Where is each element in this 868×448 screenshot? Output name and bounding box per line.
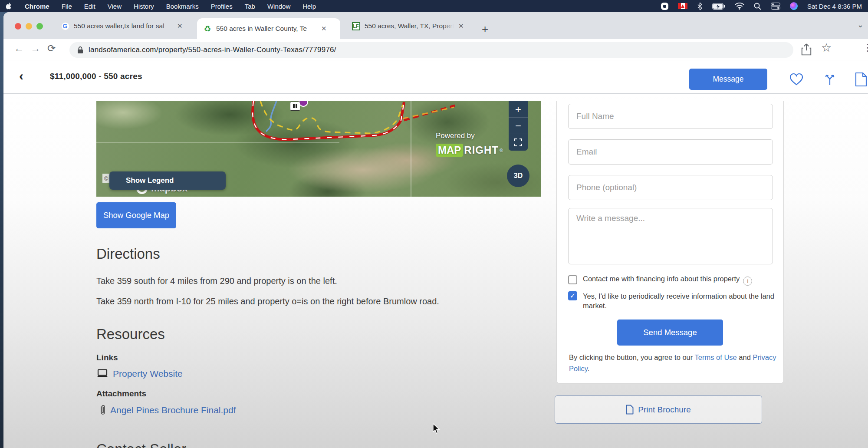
contact-form-card: Contact me with financing info about thi… bbox=[556, 101, 784, 384]
map-marker-icon[interactable] bbox=[290, 102, 300, 111]
tab-strip-chevron-icon[interactable]: ⌄ bbox=[857, 20, 864, 30]
financing-checkbox-row[interactable]: Contact me with financing info about thi… bbox=[568, 274, 752, 286]
screen-recording-icon[interactable] bbox=[661, 3, 668, 10]
back-button[interactable]: ← bbox=[14, 43, 24, 54]
lf-favicon: LF bbox=[352, 22, 360, 30]
battery-icon[interactable] bbox=[712, 3, 725, 10]
info-icon[interactable]: i bbox=[743, 277, 752, 286]
tab-title: 550 acres in Waller County, Te bbox=[216, 25, 317, 33]
share-listing-icon[interactable] bbox=[823, 72, 837, 86]
url-text: landsofamerica.com/property/550-acres-in… bbox=[89, 46, 336, 54]
menu-item-view[interactable]: View bbox=[108, 3, 122, 10]
tab-title: 550 acres, Waller, TX, Propert bbox=[365, 22, 454, 30]
property-map[interactable]: © mapbox Show Legend Powered by MAP RIGH… bbox=[96, 101, 541, 197]
landsofamerica-favicon: ♻ bbox=[203, 24, 212, 33]
email-input[interactable] bbox=[568, 139, 773, 165]
phone-input[interactable] bbox=[568, 175, 773, 200]
apple-menu-icon[interactable] bbox=[6, 3, 13, 10]
reload-button[interactable]: ⟳ bbox=[47, 43, 56, 54]
bluetooth-icon[interactable] bbox=[697, 2, 703, 10]
wifi-icon[interactable] bbox=[735, 3, 744, 10]
disclaimer-text: By clicking the button, you agree to our… bbox=[569, 352, 777, 374]
show-google-map-button[interactable]: Show Google Map bbox=[96, 202, 176, 228]
map-3d-button[interactable]: 3D bbox=[507, 165, 529, 187]
map-fullscreen-button[interactable] bbox=[509, 134, 528, 151]
spotlight-search-icon[interactable] bbox=[754, 3, 761, 10]
subscribe-checkbox-row[interactable]: ✓ Yes, I'd like to periodically receive … bbox=[568, 291, 777, 311]
menu-item-profiles[interactable]: Profiles bbox=[211, 3, 233, 10]
message-button[interactable]: Message bbox=[689, 69, 767, 90]
tab-title: 550 acres waller,tx land for sal bbox=[74, 22, 173, 30]
fullscreen-icon bbox=[514, 138, 523, 147]
mapright-reg: ® bbox=[500, 148, 503, 153]
show-legend-button[interactable]: Show Legend bbox=[109, 171, 226, 190]
favorite-heart-icon[interactable] bbox=[789, 73, 804, 86]
subscribe-label: Yes, I'd like to periodically receive in… bbox=[583, 291, 777, 311]
directions-paragraph-2: Take 359 north from I-10 for 25 miles an… bbox=[96, 296, 439, 306]
tab-active-listing[interactable]: ♻ 550 acres in Waller County, Te ✕ bbox=[197, 18, 340, 39]
control-center-icon[interactable] bbox=[771, 3, 780, 10]
map-copyright[interactable]: © bbox=[102, 174, 110, 183]
tab-landsfarm-listing[interactable]: LF 550 acres, Waller, TX, Propert ✕ bbox=[345, 17, 476, 35]
macos-menu-bar: Chrome File Edit View History Bookmarks … bbox=[0, 0, 868, 12]
browser-menu-icon[interactable]: ⋮ bbox=[863, 42, 868, 53]
listing-back-button[interactable]: ‹ bbox=[19, 69, 23, 83]
tab-close-icon[interactable]: ✕ bbox=[321, 25, 327, 33]
attachment-link[interactable]: Angel Pines Brochure Final.pdf bbox=[110, 405, 236, 415]
forward-button[interactable]: → bbox=[30, 43, 40, 54]
map-zoom-out-button[interactable]: − bbox=[509, 118, 528, 134]
menu-item-edit[interactable]: Edit bbox=[84, 3, 95, 10]
links-label: Links bbox=[96, 353, 118, 362]
page-content: © mapbox Show Legend Powered by MAP RIGH… bbox=[3, 94, 868, 448]
menu-bar-status-area: Sat Dec 4 8:36 PM bbox=[661, 0, 862, 12]
menu-item-chrome[interactable]: Chrome bbox=[25, 3, 49, 10]
attachment-row[interactable]: Angel Pines Brochure Final.pdf bbox=[100, 405, 236, 416]
window-close-button[interactable] bbox=[15, 23, 21, 30]
menu-item-history[interactable]: History bbox=[134, 3, 154, 10]
mouse-cursor bbox=[432, 423, 442, 435]
menu-item-file[interactable]: File bbox=[62, 3, 72, 10]
send-message-button[interactable]: Send Message bbox=[617, 320, 723, 346]
siri-icon[interactable] bbox=[790, 2, 798, 10]
menu-item-window[interactable]: Window bbox=[267, 3, 290, 10]
property-website-link[interactable]: Property Website bbox=[113, 369, 183, 379]
address-bar[interactable]: landsofamerica.com/property/550-acres-in… bbox=[69, 42, 793, 58]
screen: Chrome File Edit View History Bookmarks … bbox=[0, 0, 868, 448]
share-icon[interactable] bbox=[801, 43, 812, 56]
mapright-logo: MAP RIGHT ® bbox=[436, 144, 503, 157]
full-name-input[interactable] bbox=[568, 104, 773, 129]
attachments-label: Attachments bbox=[96, 389, 146, 399]
menu-item-bookmarks[interactable]: Bookmarks bbox=[166, 3, 199, 10]
directions-title: Directions bbox=[96, 246, 160, 262]
bookmark-star-icon[interactable]: ☆ bbox=[821, 41, 832, 55]
property-website-row[interactable]: Property Website bbox=[96, 369, 183, 379]
google-favicon: G bbox=[61, 22, 69, 30]
document-icon[interactable] bbox=[855, 72, 867, 87]
menu-bar-clock[interactable]: Sat Dec 4 8:36 PM bbox=[807, 3, 862, 10]
tab-close-icon[interactable]: ✕ bbox=[458, 22, 464, 30]
canada-flag-icon[interactable] bbox=[678, 3, 687, 9]
menu-item-help[interactable]: Help bbox=[302, 3, 316, 10]
contact-seller-title: Contact Seller bbox=[96, 441, 186, 448]
tab-google-search[interactable]: G 550 acres waller,tx land for sal ✕ bbox=[55, 17, 194, 35]
financing-checkbox[interactable] bbox=[568, 275, 577, 284]
terms-of-use-link[interactable]: Terms of Use bbox=[695, 353, 737, 361]
window-minimize-button[interactable] bbox=[26, 23, 32, 30]
map-zoom-in-button[interactable]: + bbox=[509, 101, 528, 118]
message-textarea[interactable] bbox=[568, 208, 773, 264]
boundary-red-segment bbox=[404, 105, 455, 120]
creek-line bbox=[266, 101, 276, 132]
financing-label: Contact me with financing info about thi… bbox=[583, 274, 752, 286]
apple-logo-icon bbox=[6, 3, 13, 10]
print-brochure-button[interactable]: Print Brochure bbox=[555, 395, 762, 424]
boundary-orange-dashed bbox=[403, 107, 454, 119]
tab-strip: G 550 acres waller,tx land for sal ✕ ♻ 5… bbox=[3, 12, 868, 39]
new-tab-button[interactable]: + bbox=[482, 23, 488, 36]
subscribe-checkbox[interactable]: ✓ bbox=[568, 291, 577, 300]
boundary-yellow-dashed bbox=[260, 101, 403, 133]
window-zoom-button[interactable] bbox=[36, 23, 43, 30]
tab-close-icon[interactable]: ✕ bbox=[177, 22, 183, 30]
print-brochure-label: Print Brochure bbox=[638, 405, 690, 415]
menu-item-tab[interactable]: Tab bbox=[245, 3, 255, 10]
mapright-map: MAP bbox=[436, 144, 463, 157]
